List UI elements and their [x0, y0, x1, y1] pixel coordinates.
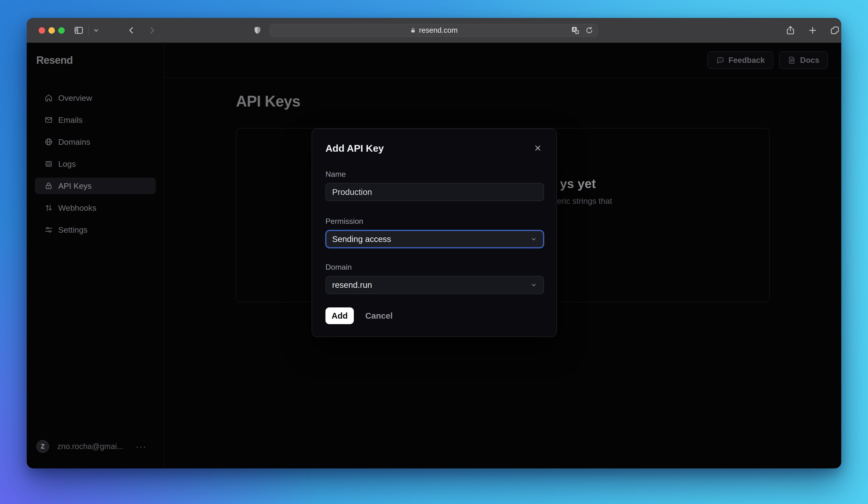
sidebar-item-label: Overview — [58, 93, 92, 103]
domain-label: Domain — [326, 262, 543, 272]
forward-button-icon[interactable] — [147, 26, 156, 35]
sidebar-item-emails[interactable]: Emails — [35, 112, 156, 128]
toolbar-divider — [88, 26, 89, 35]
browser-window: resend.com A文 — [27, 18, 841, 468]
chevron-down-icon — [530, 235, 537, 243]
permission-select[interactable]: Sending access — [326, 230, 544, 248]
tab-overview-icon[interactable] — [830, 25, 840, 36]
sidebar-item-webhooks[interactable]: Webhooks — [35, 200, 156, 216]
avatar[interactable]: Z — [36, 440, 49, 453]
docs-button-label: Docs — [800, 56, 819, 65]
lock-icon — [44, 182, 53, 190]
permission-label: Permission — [326, 216, 543, 226]
modal-title: Add API Key — [326, 143, 543, 154]
sidebar-item-label: Domains — [58, 137, 90, 147]
sidebar-item-settings[interactable]: Settings — [35, 221, 156, 238]
sidebar: Resend Overview Emails — [27, 43, 164, 468]
translate-icon[interactable]: A文 — [570, 26, 580, 35]
permission-select-value: Sending access — [332, 234, 391, 244]
browser-toolbar: resend.com A文 — [27, 18, 841, 43]
sidebar-item-logs[interactable]: Logs — [35, 155, 156, 172]
zoom-window-button[interactable] — [58, 27, 65, 34]
envelope-icon — [44, 115, 53, 124]
chat-bubble-icon — [716, 56, 725, 64]
sidebar-item-label: Emails — [58, 115, 83, 125]
sidebar-dropdown-chevron-icon[interactable] — [93, 27, 99, 33]
sidebar-item-overview[interactable]: Overview — [35, 90, 156, 106]
sidebar-nav: Overview Emails Domains — [35, 90, 156, 238]
svg-text:文: 文 — [576, 31, 578, 33]
user-email: zno.rocha@gmai... — [57, 442, 123, 451]
user-menu[interactable]: Z zno.rocha@gmai... ··· — [35, 440, 156, 453]
logs-rows-icon — [44, 160, 53, 168]
sidebar-item-label: Webhooks — [58, 203, 96, 213]
user-options-ellipsis-icon[interactable]: ··· — [136, 442, 147, 451]
feedback-button[interactable]: Feedback — [707, 51, 773, 69]
resend-logo: Resend — [35, 54, 156, 66]
back-button-icon[interactable] — [127, 26, 136, 35]
document-icon — [788, 56, 796, 64]
feedback-button-label: Feedback — [728, 56, 765, 65]
modal-actions: Add Cancel — [326, 308, 543, 324]
close-window-button[interactable] — [39, 27, 45, 34]
cancel-button[interactable]: Cancel — [365, 311, 393, 321]
https-lock-icon — [410, 27, 416, 33]
name-input[interactable] — [326, 183, 544, 201]
main-header: Feedback Docs — [164, 43, 841, 78]
new-tab-icon[interactable] — [808, 26, 817, 35]
domain-select[interactable]: resend.run — [326, 276, 544, 294]
url-bar[interactable]: resend.com A文 — [270, 24, 598, 37]
home-icon — [44, 94, 53, 102]
privacy-shield-icon[interactable] — [253, 26, 262, 35]
sidebar-item-api-keys[interactable]: API Keys — [35, 178, 156, 194]
toggle-sidebar-icon[interactable] — [73, 25, 84, 36]
arrows-up-down-icon — [44, 203, 53, 212]
minimize-window-button[interactable] — [49, 27, 55, 34]
globe-icon — [44, 138, 53, 146]
domain-select-value: resend.run — [332, 280, 372, 290]
sidebar-item-label: Settings — [58, 225, 87, 234]
page-title: API Keys — [236, 94, 770, 109]
empty-state-heading-fragment: ys yet — [560, 176, 596, 191]
empty-state-description-fragment: eric strings that — [557, 196, 612, 206]
share-icon[interactable] — [785, 25, 795, 36]
traffic-lights — [39, 18, 65, 43]
sidebar-item-label: API Keys — [58, 181, 92, 191]
url-text: resend.com — [419, 26, 458, 34]
resend-app: Resend Overview Emails — [27, 43, 841, 468]
chevron-down-icon — [530, 281, 537, 289]
sidebar-item-label: Logs — [58, 159, 76, 169]
add-api-key-modal: Add API Key Name Permission Sending acce… — [312, 129, 557, 337]
add-button[interactable]: Add — [326, 308, 354, 324]
docs-button[interactable]: Docs — [779, 51, 828, 69]
close-icon[interactable] — [533, 143, 543, 153]
sidebar-item-domains[interactable]: Domains — [35, 133, 156, 150]
sliders-icon — [44, 225, 53, 234]
name-label: Name — [326, 170, 543, 179]
reload-icon[interactable] — [585, 26, 593, 34]
